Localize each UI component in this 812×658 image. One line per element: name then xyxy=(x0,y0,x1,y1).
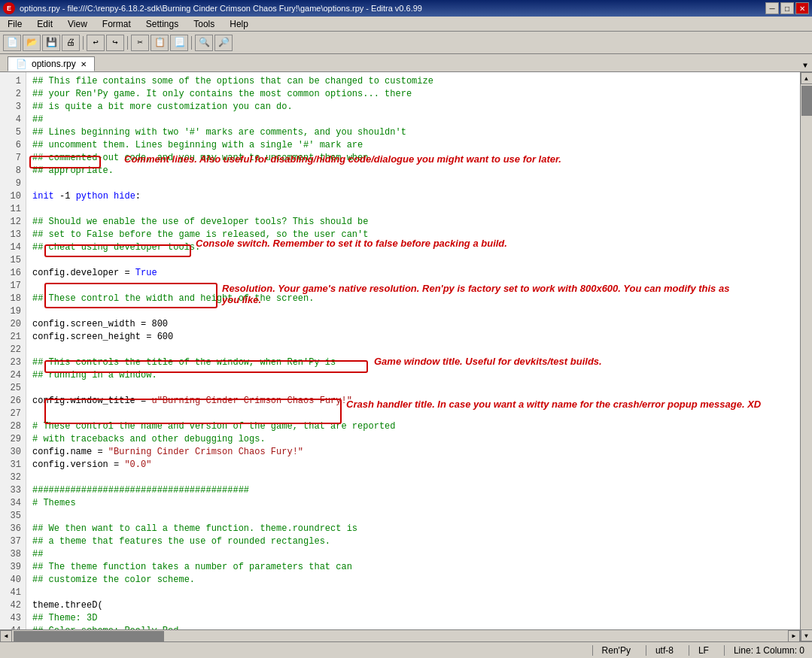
code-line xyxy=(32,382,794,395)
redo-button[interactable]: ↪ xyxy=(106,35,124,51)
code-line: ## Lines beginning with two '#' marks ar… xyxy=(32,126,794,139)
line-number: 38 xyxy=(6,548,21,561)
menu-format[interactable]: Format xyxy=(98,17,135,31)
scroll-track-h[interactable] xyxy=(166,630,788,642)
code-line: ## This file contains some of the option… xyxy=(32,75,794,88)
menu-bar: File Edit View Format Settings Tools Hel… xyxy=(0,17,812,32)
code-line: ## Should we enable the use of developer… xyxy=(32,216,794,229)
status-line-ending: LF xyxy=(689,645,709,656)
tab-dropdown-arrow[interactable]: ▼ xyxy=(801,60,809,71)
line-number: 36 xyxy=(6,523,21,535)
menu-tools[interactable]: Tools xyxy=(189,17,219,31)
cut-button[interactable]: ✂ xyxy=(131,35,149,51)
line-number: 20 xyxy=(6,318,21,331)
print-button[interactable]: 🖨 xyxy=(62,35,80,51)
vertical-scrollbar[interactable]: ▲ ▼ xyxy=(800,72,812,641)
menu-help[interactable]: Help xyxy=(225,17,253,31)
line-number: 30 xyxy=(6,446,21,459)
tab-close-button[interactable]: ✕ xyxy=(81,60,87,68)
code-line: config.screen_width = 800 xyxy=(32,318,794,331)
open-button[interactable]: 📂 xyxy=(23,35,41,51)
line-number: 40 xyxy=(6,574,21,587)
line-number: 5 xyxy=(6,126,21,139)
window-title: options.rpy - file:///C:\renpy-6.18.2-sd… xyxy=(20,4,422,13)
line-number: 14 xyxy=(6,241,21,254)
code-line: ## is quite a bit more customization you… xyxy=(32,101,794,114)
code-line: ## cheat using developer tools. xyxy=(32,241,794,254)
code-line: ## The theme function takes a number of … xyxy=(32,561,794,574)
line-number: 29 xyxy=(6,433,21,446)
code-line: ## a theme that features the use of roun… xyxy=(32,535,794,548)
code-line: ## appropriate. xyxy=(32,165,794,177)
minimize-button[interactable]: ─ xyxy=(765,2,779,14)
code-line: config.window_title = u"Burning Cinder C… xyxy=(32,395,794,408)
tab-bar: 📄 options.rpy ✕ ▼ xyxy=(0,54,812,72)
menu-view[interactable]: View xyxy=(63,17,92,31)
tab-options-rpy[interactable]: 📄 options.rpy ✕ xyxy=(8,56,95,71)
code-line xyxy=(32,305,794,318)
code-line: ######################################## xyxy=(32,484,794,497)
code-line: ## This controls the title of the window… xyxy=(32,356,794,369)
toolbar: 📄 📂 💾 🖨 ↩ ↪ ✂ 📋 📃 🔍 🔎 xyxy=(0,32,812,54)
scroll-thumb-h[interactable] xyxy=(14,631,164,641)
copy-button[interactable]: 📋 xyxy=(151,35,169,51)
line-number: 41 xyxy=(6,587,21,599)
title-bar: E options.rpy - file:///C:\renpy-6.18.2-… xyxy=(0,0,812,17)
menu-edit[interactable]: Edit xyxy=(32,17,57,31)
code-line: config.screen_height = 600 xyxy=(32,331,794,344)
code-line: ## uncomment them. Lines beginning with … xyxy=(32,139,794,152)
status-position: Line: 1 Column: 0 xyxy=(724,645,804,656)
code-line xyxy=(32,510,794,523)
code-line: ## your Ren'Py game. It only contains th… xyxy=(32,88,794,101)
undo-button[interactable]: ↩ xyxy=(87,35,105,51)
code-line: config.developer = True xyxy=(32,267,794,280)
zoom-button[interactable]: 🔎 xyxy=(214,35,233,51)
line-numbers: 1234567891011121314151617181920212223242… xyxy=(0,72,26,641)
toolbar-sep-1 xyxy=(83,36,84,50)
editor-container: 1234567891011121314151617181920212223242… xyxy=(0,72,812,641)
line-number: 2 xyxy=(6,88,21,101)
paste-button[interactable]: 📃 xyxy=(170,35,188,51)
line-number: 33 xyxy=(6,484,21,497)
line-number: 37 xyxy=(6,535,21,548)
code-area[interactable]: ## This file contains some of the option… xyxy=(26,72,800,641)
editor-main: 1234567891011121314151617181920212223242… xyxy=(0,72,812,641)
line-number: 34 xyxy=(6,497,21,510)
line-number: 6 xyxy=(6,139,21,152)
line-number: 32 xyxy=(6,472,21,484)
line-number: 18 xyxy=(6,293,21,305)
save-button[interactable]: 💾 xyxy=(42,35,60,51)
close-button[interactable]: ✕ xyxy=(795,2,809,14)
line-number: 9 xyxy=(6,177,21,190)
code-line: config.name = "Burning Cinder Crimson Ch… xyxy=(32,446,794,459)
code-line xyxy=(32,254,794,267)
code-line: ## xyxy=(32,548,794,561)
tab-label: options.rpy xyxy=(32,59,76,69)
scroll-thumb-v[interactable] xyxy=(801,86,812,116)
line-number: 25 xyxy=(6,382,21,395)
maximize-button[interactable]: □ xyxy=(780,2,794,14)
scroll-right-button[interactable]: ▶ xyxy=(788,630,800,642)
menu-file[interactable]: File xyxy=(3,17,26,31)
new-button[interactable]: 📄 xyxy=(3,35,21,51)
find-button[interactable]: 🔍 xyxy=(195,35,213,51)
menu-settings[interactable]: Settings xyxy=(141,17,183,31)
code-line xyxy=(32,472,794,484)
window-controls: ─ □ ✕ xyxy=(765,2,809,14)
line-number: 35 xyxy=(6,510,21,523)
code-line: # These control the name and version of … xyxy=(32,420,794,433)
scroll-up-button[interactable]: ▲ xyxy=(801,72,813,84)
code-line: ## commented-out code, and you may want … xyxy=(32,152,794,165)
line-number: 7 xyxy=(6,152,21,165)
horizontal-scrollbar[interactable]: ◀ ▶ xyxy=(0,629,800,641)
code-line xyxy=(32,587,794,599)
scroll-left-button[interactable]: ◀ xyxy=(0,630,12,642)
code-line: ## Theme: 3D xyxy=(32,612,794,625)
line-number: 8 xyxy=(6,165,21,177)
code-line xyxy=(32,177,794,190)
status-encoding: utf-8 xyxy=(646,645,674,656)
app-icon: E xyxy=(3,2,15,14)
line-number: 12 xyxy=(6,216,21,229)
scroll-down-button[interactable]: ▼ xyxy=(801,629,813,641)
code-line: ## These control the width and height of… xyxy=(32,293,794,305)
